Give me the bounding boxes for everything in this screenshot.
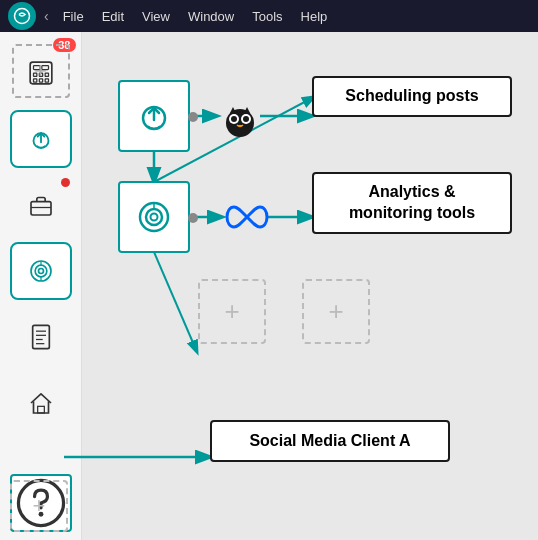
connector-dot-upload — [188, 112, 198, 122]
sidebar-item-briefcase[interactable] — [10, 176, 72, 234]
dashed-placeholder-2[interactable]: + — [302, 279, 370, 344]
dashed-placeholder-1[interactable]: + — [198, 279, 266, 344]
red-dot-indicator — [61, 178, 70, 187]
document-icon — [26, 322, 56, 352]
plus-icon-1: + — [224, 296, 239, 327]
sidebar-item-analytics[interactable] — [10, 242, 72, 300]
svg-rect-11 — [31, 202, 51, 215]
menu-help[interactable]: Help — [293, 7, 336, 26]
hootsuite-logo — [217, 90, 262, 142]
diagram-area: Scheduling posts Analytics &monitoring t… — [82, 32, 538, 540]
svg-rect-18 — [32, 325, 49, 348]
sidebar-item-home[interactable] — [10, 374, 72, 432]
connector-dot-analytics — [188, 213, 198, 223]
svg-point-14 — [35, 265, 47, 277]
svg-rect-23 — [37, 406, 44, 413]
svg-point-34 — [226, 109, 254, 137]
bottom-sidebar-placeholder[interactable]: + — [10, 480, 68, 532]
sidebar-add-item[interactable]: + — [12, 44, 70, 98]
social-media-text: Social Media Client A — [249, 432, 410, 449]
svg-point-41 — [151, 214, 158, 221]
scheduling-label-box: Scheduling posts — [312, 76, 512, 117]
sidebar-item-upload[interactable] — [10, 110, 72, 168]
upload-tool-icon — [134, 96, 174, 136]
plus-icon-2: + — [328, 296, 343, 327]
plus-icon: + — [34, 58, 47, 84]
back-chevron[interactable]: ‹ — [44, 8, 49, 24]
analytics-tool-icon — [134, 197, 174, 237]
bottom-plus-icon: + — [33, 493, 46, 519]
social-media-label-box: Social Media Client A — [210, 420, 450, 462]
sidebar: 38 — [0, 32, 82, 540]
menu-tools[interactable]: Tools — [244, 7, 290, 26]
menu-file[interactable]: File — [55, 7, 92, 26]
meta-icon — [222, 203, 272, 231]
svg-point-15 — [38, 269, 43, 274]
sidebar-item-document[interactable] — [10, 308, 72, 366]
scheduling-posts-text: Scheduling posts — [345, 87, 478, 104]
svg-point-37 — [231, 116, 237, 122]
meta-logo — [222, 194, 272, 240]
menu-view[interactable]: View — [134, 7, 178, 26]
upload-tool-box[interactable] — [118, 80, 190, 152]
analytics-tool-box[interactable] — [118, 181, 190, 253]
upload-icon — [26, 124, 56, 154]
home-icon — [26, 388, 56, 418]
menu-bar: ‹ File Edit View Window Tools Help — [0, 0, 538, 32]
app-logo — [8, 2, 36, 30]
briefcase-icon — [26, 190, 56, 220]
svg-point-40 — [146, 209, 162, 225]
svg-point-38 — [243, 116, 249, 122]
svg-line-32 — [154, 252, 197, 352]
menu-edit[interactable]: Edit — [94, 7, 132, 26]
menu-window[interactable]: Window — [180, 7, 242, 26]
analytics-monitoring-text: Analytics &monitoring tools — [349, 183, 475, 221]
analytics-icon — [26, 256, 56, 286]
main-canvas: Scheduling posts Analytics &monitoring t… — [82, 32, 538, 540]
owl-icon — [220, 93, 260, 139]
analytics-label-box: Analytics &monitoring tools — [312, 172, 512, 234]
